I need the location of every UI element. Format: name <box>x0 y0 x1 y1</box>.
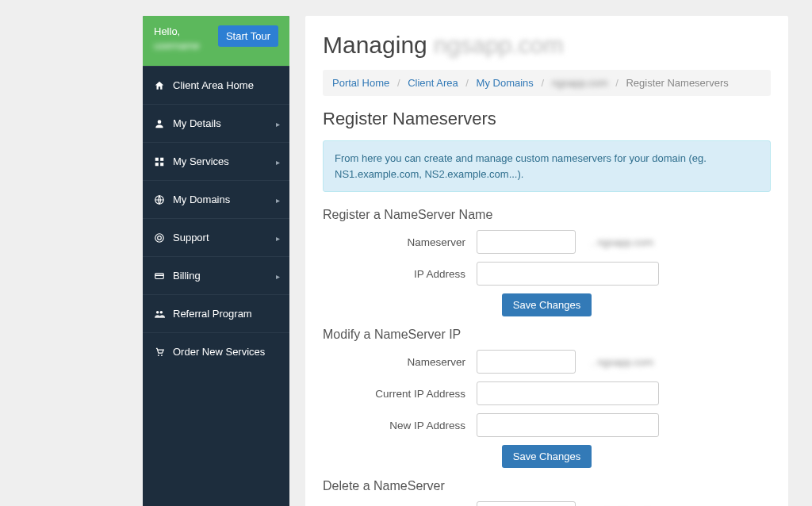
globe-icon <box>154 194 165 205</box>
breadcrumb-link[interactable]: My Domains <box>477 77 534 89</box>
breadcrumb-link[interactable]: Client Area <box>408 77 458 89</box>
page-title: Register Nameservers <box>323 109 771 129</box>
sidebar-item-my-details[interactable]: My Details ▸ <box>143 104 289 142</box>
breadcrumb-separator: / <box>611 77 623 89</box>
label-nameserver: Nameserver <box>323 236 465 248</box>
input-register-ip[interactable] <box>477 262 659 286</box>
input-modify-nameserver[interactable] <box>477 350 576 374</box>
breadcrumb-separator: / <box>393 77 405 89</box>
input-modify-new-ip[interactable] <box>477 413 659 437</box>
breadcrumb: Portal Home / Client Area / My Domains /… <box>323 70 771 96</box>
sidebar-item-billing[interactable]: Billing ▸ <box>143 256 289 294</box>
save-button-register[interactable]: Save Changes <box>502 293 592 316</box>
sidebar-item-client-home[interactable]: Client Area Home <box>143 66 289 104</box>
chevron-right-icon: ▸ <box>276 157 280 166</box>
input-delete-nameserver[interactable] <box>477 501 576 506</box>
sidebar-item-support[interactable]: Support ▸ <box>143 218 289 256</box>
svg-rect-2 <box>160 157 163 160</box>
svg-rect-9 <box>155 274 164 276</box>
card-icon <box>154 270 165 282</box>
main-panel: Managing ngsapp.com Portal Home / Client… <box>305 16 788 506</box>
sidebar-item-label: My Domains <box>173 194 230 205</box>
life-ring-icon <box>154 232 165 243</box>
svg-point-6 <box>155 233 164 242</box>
sidebar-item-order-services[interactable]: Order New Services <box>143 332 289 370</box>
chevron-right-icon: ▸ <box>276 195 280 204</box>
section-title-register: Register a NameServer Name <box>323 208 771 222</box>
sidebar-item-label: Client Area Home <box>173 79 254 91</box>
breadcrumb-link-domain[interactable]: ngsapp.com <box>552 77 608 89</box>
label-nameserver: Nameserver <box>323 356 465 368</box>
chevron-right-icon: ▸ <box>276 271 280 280</box>
sidebar-item-my-services[interactable]: My Services ▸ <box>143 142 289 180</box>
label-current-ip: Current IP Address <box>323 388 465 400</box>
breadcrumb-separator: / <box>461 77 473 89</box>
home-icon <box>154 80 165 91</box>
sidebar: Hello, username Start Tour Client Area H… <box>143 16 289 506</box>
label-new-ip: New IP Address <box>323 420 465 431</box>
sidebar-item-referral[interactable]: Referral Program <box>143 294 289 332</box>
info-box: From here you can create and manage cust… <box>323 140 771 192</box>
svg-point-12 <box>158 355 159 356</box>
sidebar-item-label: Billing <box>173 270 201 282</box>
svg-rect-1 <box>155 157 159 160</box>
sidebar-item-label: My Details <box>173 117 221 129</box>
section-title-delete: Delete a NameServer <box>323 479 771 493</box>
sidebar-item-my-domains[interactable]: My Domains ▸ <box>143 180 289 218</box>
sidebar-item-label: Referral Program <box>173 308 252 320</box>
chevron-right-icon: ▸ <box>276 233 280 242</box>
sidebar-item-label: Order New Services <box>173 346 265 358</box>
heading-prefix: Managing <box>323 32 434 58</box>
user-icon <box>154 118 165 129</box>
cart-icon <box>154 347 165 358</box>
svg-point-13 <box>161 355 163 356</box>
sidebar-item-label: My Services <box>173 155 229 167</box>
input-register-nameserver[interactable] <box>477 230 576 254</box>
greeting-username: username <box>154 40 200 52</box>
sidebar-greeting: Hello, username Start Tour <box>143 16 289 66</box>
sidebar-item-label: Support <box>173 232 209 243</box>
svg-rect-3 <box>155 163 159 166</box>
input-modify-current-ip[interactable] <box>477 381 659 405</box>
heading-domain: ngsapp.com <box>434 32 563 58</box>
svg-rect-4 <box>160 163 163 166</box>
section-title-modify: Modify a NameServer IP <box>323 328 771 342</box>
grid-icon <box>154 156 165 167</box>
people-icon <box>154 309 165 320</box>
domain-suffix: . ngsapp.com <box>592 356 653 368</box>
breadcrumb-current: Register Nameservers <box>626 77 728 89</box>
svg-point-10 <box>156 310 159 313</box>
start-tour-button[interactable]: Start Tour <box>218 25 278 47</box>
breadcrumb-separator: / <box>536 77 549 89</box>
svg-point-7 <box>158 236 162 240</box>
svg-point-0 <box>158 120 162 124</box>
label-ip: IP Address <box>323 268 465 280</box>
page-heading: Managing ngsapp.com <box>323 32 771 59</box>
save-button-modify[interactable]: Save Changes <box>502 445 592 468</box>
breadcrumb-link[interactable]: Portal Home <box>332 77 389 89</box>
greeting-hello: Hello, <box>154 25 200 37</box>
chevron-right-icon: ▸ <box>276 119 280 128</box>
svg-point-11 <box>160 310 163 313</box>
domain-suffix: . ngsapp.com <box>592 236 653 248</box>
